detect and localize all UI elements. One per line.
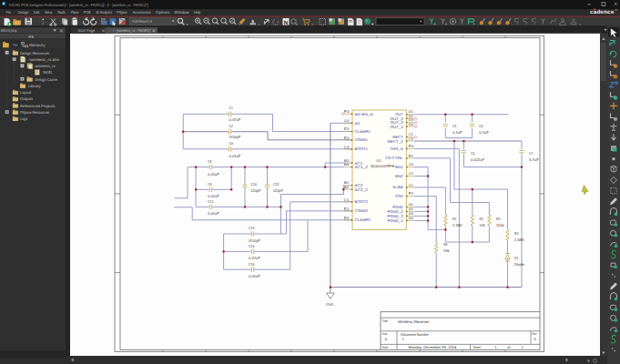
svg-text:0.01uF: 0.01uF	[208, 194, 219, 198]
svg-text:220pF: 220pF	[273, 188, 283, 193]
svg-text:Layout: Layout	[20, 90, 32, 95]
svg-text:OrCAD PCB Designer Professiona: OrCAD PCB Designer Professional-[/ - [wi…	[9, 3, 148, 7]
svg-text:1.38K: 1.38K	[452, 223, 462, 228]
svg-text:0.47uF: 0.47uF	[229, 117, 241, 122]
svg-text:E2: E2	[344, 216, 350, 220]
svg-text:0.1uF: 0.1uF	[452, 130, 462, 135]
svg-text:4700pF: 4700pF	[229, 135, 241, 139]
svg-text:Hierarchy: Hierarchy	[29, 43, 46, 47]
svg-text:.\wireless_rx.dsn: .\wireless_rx.dsn	[28, 57, 60, 62]
svg-text:PORTRIGHT-R: PORTRIGHT-R	[132, 20, 152, 24]
svg-text:cadence: cadence	[590, 9, 615, 15]
svg-text:0.47uF: 0.47uF	[249, 256, 260, 260]
svg-text:R3: R3	[496, 217, 501, 221]
svg-text:C13: C13	[249, 226, 255, 230]
svg-text:C4: C4	[344, 145, 351, 149]
svg-text:COMM2: COMM2	[355, 208, 369, 213]
svg-text:196: 196	[443, 248, 450, 253]
svg-text:COMM1: COMM1	[355, 137, 369, 142]
svg-text:G1: G1	[409, 183, 413, 187]
svg-text:C12: C12	[208, 199, 214, 204]
svg-text:0.01uF: 0.01uF	[249, 274, 260, 278]
svg-text:AC2_2: AC2_2	[355, 187, 369, 192]
svg-text:PCB: PCB	[84, 10, 91, 15]
svg-text:C3: C3	[409, 136, 413, 141]
svg-text:C5: C5	[471, 151, 475, 156]
svg-text:Diode: Diode	[514, 262, 524, 267]
svg-text:EN2: EN2	[395, 174, 403, 178]
svg-text:C4: C4	[479, 124, 483, 128]
svg-text:CLAMP1: CLAMP1	[355, 129, 371, 134]
svg-text:4700pF: 4700pF	[249, 238, 260, 243]
svg-text:Window: Window	[174, 10, 189, 15]
svg-text:U1: U1	[377, 158, 382, 163]
svg-text:SI Analysis: SI Analysis	[96, 10, 112, 15]
svg-text:R1: R1	[452, 217, 457, 221]
svg-text:PCB: PCB	[28, 35, 34, 39]
svg-text:Start Page: Start Page	[78, 28, 96, 33]
svg-text:Title: Title	[382, 319, 389, 323]
svg-text:AD-EN_N: AD-EN_N	[355, 112, 373, 116]
svg-text:RECT_2: RECT_2	[388, 139, 404, 144]
svg-text:PGND_4: PGND_4	[388, 218, 404, 223]
svg-text:F2: F2	[409, 191, 413, 196]
svg-text:BQ51003YFPR: BQ51003YFPR	[371, 164, 395, 168]
svg-text:0.01uF: 0.01uF	[208, 172, 219, 177]
svg-text:CLAMP2: CLAMP2	[355, 217, 371, 222]
svg-text:B4: B4	[344, 162, 351, 167]
svg-text:C15: C15	[249, 262, 255, 267]
svg-text:BOOT2: BOOT2	[355, 199, 369, 204]
svg-text:Help: Help	[194, 10, 201, 15]
svg-text:GND: GND	[326, 302, 334, 307]
svg-text:D4: D4	[409, 122, 414, 126]
svg-text:Place: Place	[71, 10, 79, 15]
svg-text:20K: 20K	[480, 223, 486, 228]
svg-text:E1: E1	[344, 207, 350, 211]
svg-text:Tools: Tools	[57, 10, 66, 15]
svg-text:R5: R5	[443, 242, 448, 247]
svg-text:D1: D1	[514, 256, 519, 260]
svg-text:110k: 110k	[496, 223, 504, 228]
svg-text:Logs: Logs	[20, 116, 27, 121]
svg-text:Document Number: Document Number	[401, 332, 430, 337]
svg-text:PSpice: PSpice	[117, 10, 127, 15]
svg-text:ILIM: ILIM	[392, 185, 403, 189]
svg-text:Date: Date	[382, 346, 389, 349]
svg-text:Size: Size	[382, 332, 388, 336]
svg-text:F3: F3	[344, 109, 350, 114]
svg-text:C8: C8	[208, 159, 212, 164]
svg-text:C3: C3	[452, 124, 457, 128]
svg-text:220pF: 220pF	[251, 188, 261, 193]
svg-text:N: N	[284, 20, 289, 26]
svg-text:Wireless Receiver: Wireless Receiver	[398, 319, 430, 324]
svg-text:Edit: Edit	[34, 10, 40, 15]
svg-text:0.022uF: 0.022uF	[471, 157, 484, 162]
svg-text:C1: C1	[229, 106, 234, 110]
svg-text:A: A	[385, 337, 388, 341]
svg-text:C14: C14	[249, 244, 255, 248]
svg-text:0.01uF: 0.01uF	[229, 154, 241, 158]
svg-text:FOD: FOD	[395, 194, 403, 198]
svg-text:File: File	[6, 10, 12, 15]
svg-text:AC1_2: AC1_2	[355, 165, 369, 169]
svg-text:Referenced Projects: Referenced Projects	[20, 104, 55, 108]
svg-text:G2: G2	[409, 171, 413, 176]
svg-text:CHG_N: CHG_N	[390, 147, 402, 151]
svg-text:E4: E4	[344, 136, 351, 140]
svg-text:A4: A4	[409, 216, 414, 220]
svg-text:4.7uF: 4.7uF	[529, 157, 539, 162]
svg-text:Sheet: Sheet	[473, 346, 482, 349]
svg-text:R4: R4	[514, 231, 519, 236]
svg-text:PSpice Resources: PSpice Resources	[20, 110, 49, 115]
svg-text:R2: R2	[480, 217, 484, 221]
svg-text:Options: Options	[156, 10, 170, 15]
svg-text:Library: Library	[28, 84, 42, 88]
svg-text:AD: AD	[355, 121, 361, 126]
svg-text:C11: C11	[273, 182, 280, 187]
svg-text:C1: C1	[344, 197, 350, 202]
svg-text:/ - [wireless_rx : PAGE1]*: / - [wireless_rx : PAGE1]*	[113, 28, 151, 33]
svg-text:EN1: EN1	[395, 165, 403, 169]
svg-text:E3: E3	[344, 126, 350, 131]
svg-text:WIRELESS_RX.opj: WIRELESS_RX.opj	[1, 28, 17, 33]
svg-text:0.01uF: 0.01uF	[208, 211, 219, 216]
